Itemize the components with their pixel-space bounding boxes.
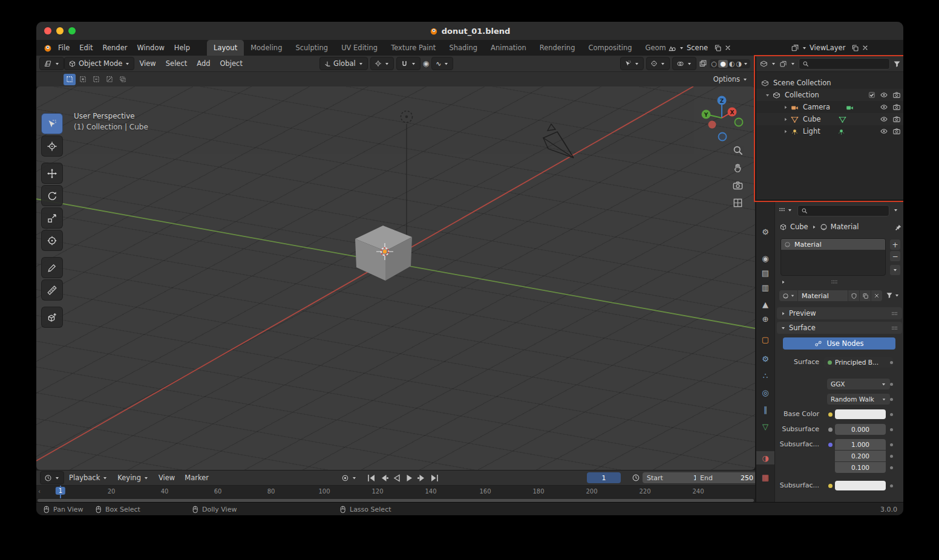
animate-decorator[interactable]: [890, 361, 893, 364]
camera-object[interactable]: [543, 124, 574, 158]
outliner-row-collection[interactable]: Collection: [756, 89, 903, 101]
select-mode-set-button[interactable]: [64, 74, 76, 85]
tab-object-data[interactable]: ▽: [756, 420, 774, 433]
hide-in-viewport-eye-icon[interactable]: [880, 115, 888, 123]
surface-panel-header[interactable]: Surface: [777, 322, 902, 334]
animate-decorator[interactable]: [890, 428, 893, 431]
breadcrumb-object[interactable]: Cube: [790, 223, 808, 231]
tool-move-button[interactable]: [41, 163, 63, 184]
disclosure-closed-icon[interactable]: [783, 117, 788, 122]
radius-x-field[interactable]: 1.000: [835, 439, 886, 450]
editor-type-button[interactable]: [39, 57, 64, 70]
workspace-tab-texture-paint[interactable]: Texture Paint: [384, 40, 442, 56]
select-mode-invert-button[interactable]: [103, 74, 116, 85]
minimize-window-button[interactable]: [56, 27, 64, 34]
chevron-down-icon[interactable]: [352, 475, 357, 481]
scene-name[interactable]: Scene: [687, 44, 708, 52]
play-button[interactable]: [404, 474, 414, 483]
unlink-material-button[interactable]: [871, 290, 882, 301]
menu-render[interactable]: Render: [98, 44, 133, 52]
proportional-editing-toggle[interactable]: ◉: [423, 59, 429, 68]
chevron-down-icon[interactable]: [771, 61, 776, 67]
menu-help[interactable]: Help: [169, 44, 195, 52]
toggle-xray-icon[interactable]: [699, 59, 707, 68]
tab-output[interactable]: ▤: [756, 266, 774, 279]
toggle-ortho-grid-icon[interactable]: [732, 197, 744, 209]
unlink-scene-icon[interactable]: [724, 44, 731, 51]
chevron-down-icon[interactable]: [743, 61, 748, 67]
mode-dropdown[interactable]: Object Mode: [64, 57, 134, 70]
new-viewlayer-icon[interactable]: [851, 44, 859, 52]
grip-icon[interactable]: [830, 278, 839, 286]
transform-orientation-dropdown[interactable]: Global: [319, 57, 368, 70]
material-slot-item[interactable]: Material: [781, 239, 885, 250]
workspace-tab-layout[interactable]: Layout: [207, 40, 244, 56]
timeline-ruler[interactable]: ‹ 1 20 40 60 80 100 120 140 160 180 200 …: [36, 486, 755, 498]
tab-world[interactable]: ⊕: [756, 312, 774, 325]
gizmo-neg-z-axis[interactable]: [719, 133, 727, 141]
select-mode-intersect-button[interactable]: [117, 74, 129, 85]
menu-add[interactable]: Add: [192, 59, 215, 68]
distribution-dropdown[interactable]: GGX: [827, 379, 890, 389]
hide-in-viewport-eye-icon[interactable]: [880, 127, 888, 135]
tab-texture[interactable]: ▦: [756, 470, 774, 484]
tab-render[interactable]: ◉: [756, 252, 774, 265]
subsurface-value-field[interactable]: 0.000: [835, 424, 886, 435]
outliner-row-camera[interactable]: Camera: [756, 101, 903, 113]
menu-view[interactable]: View: [134, 59, 160, 68]
outliner-row-scene-collection[interactable]: Scene Collection: [756, 77, 903, 89]
tool-cursor-button[interactable]: [41, 135, 63, 157]
chevron-down-icon[interactable]: [802, 45, 807, 51]
use-nodes-button[interactable]: Use Nodes: [783, 337, 895, 350]
disclosure-closed-icon[interactable]: [783, 105, 788, 110]
properties-search-input[interactable]: [797, 205, 889, 217]
radius-z-field[interactable]: 0.100: [835, 462, 886, 473]
pan-hand-icon[interactable]: [732, 162, 744, 174]
zoom-window-button[interactable]: [68, 27, 76, 34]
disclosure-closed-icon[interactable]: [783, 129, 788, 134]
animate-decorator[interactable]: [890, 484, 893, 487]
disable-in-render-camera-icon[interactable]: [892, 115, 901, 123]
tab-modifiers[interactable]: ⚙: [756, 352, 774, 365]
frame-end-field[interactable]: End 250: [696, 472, 757, 483]
shading-material-button[interactable]: ◐: [729, 60, 735, 68]
chevron-down-icon[interactable]: [894, 293, 900, 298]
base-color-swatch[interactable]: [835, 409, 886, 419]
animate-decorator[interactable]: [890, 455, 893, 458]
menu-select[interactable]: Select: [161, 59, 192, 68]
surface-shader-dropdown[interactable]: Principled B...: [824, 357, 893, 368]
outliner-row-light[interactable]: Light: [756, 125, 903, 137]
auto-keying-record-icon[interactable]: [341, 474, 350, 483]
disclosure-open-icon[interactable]: [765, 93, 770, 98]
remove-slot-button[interactable]: −: [890, 251, 900, 261]
jump-to-start-button[interactable]: [366, 474, 376, 483]
menu-edit[interactable]: Edit: [74, 44, 97, 52]
animate-decorator[interactable]: [890, 443, 893, 446]
breadcrumb-data[interactable]: Material: [831, 223, 859, 231]
select-mode-subtract-button[interactable]: [90, 74, 102, 85]
viewport-3d[interactable]: User Perspective (1) Collection | Cube: [36, 86, 755, 470]
tab-object[interactable]: ▢: [756, 333, 774, 346]
browse-material-button[interactable]: [779, 290, 797, 301]
tool-rotate-button[interactable]: [41, 185, 63, 206]
snap-dropdown[interactable]: [396, 57, 420, 70]
expand-icon[interactable]: [780, 279, 786, 285]
collection-checkbox-icon[interactable]: [868, 91, 875, 99]
hide-in-viewport-eye-icon[interactable]: [880, 103, 888, 111]
camera-view-icon[interactable]: [732, 180, 744, 191]
options-dropdown[interactable]: Options: [713, 75, 748, 83]
workspace-tab-animation[interactable]: Animation: [484, 40, 533, 56]
tab-view-layer[interactable]: ▥: [756, 281, 774, 294]
outliner-display-mode-icon[interactable]: [760, 60, 768, 68]
menu-marker[interactable]: Marker: [180, 474, 214, 482]
transform-pivot-dropdown[interactable]: [370, 57, 394, 70]
hide-in-viewport-eye-icon[interactable]: [880, 91, 888, 99]
subsurface-color-swatch[interactable]: [835, 481, 886, 490]
show-overlays-dropdown[interactable]: [672, 57, 696, 70]
shading-wireframe-button[interactable]: ○: [712, 60, 718, 68]
shading-rendered-button[interactable]: ◑: [736, 60, 742, 68]
workspace-tab-shading[interactable]: Shading: [442, 40, 484, 56]
menu-playback[interactable]: Playback: [64, 474, 113, 482]
outliner-row-cube[interactable]: Cube: [756, 113, 903, 125]
chevron-down-icon[interactable]: [790, 61, 796, 67]
